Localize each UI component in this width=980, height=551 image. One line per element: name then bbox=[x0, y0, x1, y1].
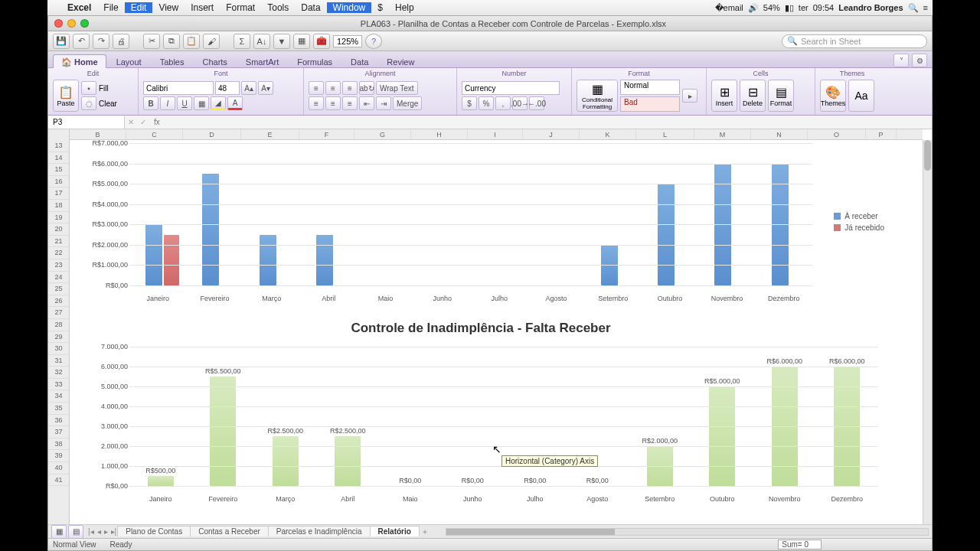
menu-insert[interactable]: Insert bbox=[185, 2, 220, 13]
conditional-formatting-button[interactable]: ▦Conditional Formatting bbox=[577, 80, 618, 112]
row-header-34[interactable]: 34 bbox=[48, 390, 69, 403]
zoom-button[interactable] bbox=[80, 19, 89, 28]
row-header-26[interactable]: 26 bbox=[48, 295, 69, 308]
chart-inadimplencia[interactable]: Controle de Inadimplência - Falta Recebe… bbox=[74, 318, 887, 507]
bar-receber-Março[interactable] bbox=[260, 235, 276, 285]
toolbox-icon[interactable]: 🧰 bbox=[313, 34, 330, 49]
sheet-tab-parcelas-e-inadimplência[interactable]: Parcelas e Inadimplência bbox=[268, 526, 371, 536]
user-name[interactable]: Leandro Borges bbox=[838, 3, 903, 12]
col-header-I[interactable]: I bbox=[468, 129, 523, 139]
paste-button[interactable]: 📋Paste bbox=[53, 80, 79, 112]
accept-fx-icon[interactable]: ✓ bbox=[137, 118, 149, 126]
number-format-select[interactable]: Currency bbox=[462, 81, 560, 95]
notifications-icon[interactable]: ≡ bbox=[923, 3, 928, 12]
wrap-text-button[interactable]: Wrap Text bbox=[376, 81, 418, 95]
indent-dec-icon[interactable]: ⇤ bbox=[359, 96, 374, 110]
underline-button[interactable]: U bbox=[177, 96, 192, 110]
status-sum[interactable]: Sum= 0 bbox=[778, 540, 822, 549]
bar-recebido-Janeiro[interactable] bbox=[164, 235, 179, 285]
align-left-icon[interactable]: ≡ bbox=[309, 96, 324, 110]
row-header-29[interactable]: 29 bbox=[48, 331, 69, 344]
view-normal-icon[interactable]: ▦ bbox=[51, 525, 67, 539]
row-header-16[interactable]: 16 bbox=[48, 176, 69, 188]
italic-button[interactable]: I bbox=[160, 96, 175, 110]
col-header-F[interactable]: F bbox=[299, 129, 354, 139]
row-header-31[interactable]: 31 bbox=[48, 355, 69, 367]
redo-icon[interactable]: ↷ bbox=[93, 34, 109, 49]
bar-falta-Fevereiro[interactable] bbox=[210, 377, 236, 486]
decrease-decimal-icon[interactable]: ←.00 bbox=[529, 96, 544, 110]
app-name[interactable]: Excel bbox=[61, 2, 97, 13]
menu-$[interactable]: $ bbox=[371, 2, 389, 13]
font-name-select[interactable]: Calibri bbox=[143, 81, 214, 95]
styles-expand-icon[interactable]: ▸ bbox=[682, 89, 697, 103]
vertical-scrollbar[interactable] bbox=[923, 140, 932, 524]
menu-window[interactable]: Window bbox=[327, 2, 372, 13]
percent-icon[interactable]: % bbox=[479, 96, 494, 110]
wifi-icon[interactable]: �email bbox=[715, 3, 743, 13]
decrease-font-icon[interactable]: A▾ bbox=[258, 81, 273, 95]
align-right-icon[interactable]: ≡ bbox=[342, 96, 358, 110]
ribbon-tab-layout[interactable]: Layout bbox=[108, 54, 150, 69]
add-sheet-icon[interactable]: ＋ bbox=[420, 527, 430, 537]
row-header-14[interactable]: 14 bbox=[48, 152, 69, 165]
bar-falta-Outubro[interactable] bbox=[709, 386, 735, 486]
orientation-icon[interactable]: ab↻ bbox=[359, 81, 374, 95]
menu-data[interactable]: Data bbox=[295, 2, 326, 13]
row-header-22[interactable]: 22 bbox=[48, 247, 69, 259]
tab-nav-prev-icon[interactable]: ◂ bbox=[96, 527, 103, 536]
increase-font-icon[interactable]: A▴ bbox=[241, 81, 256, 95]
bar-falta-Janeiro[interactable] bbox=[148, 476, 174, 486]
print-icon[interactable]: 🖨 bbox=[113, 34, 129, 49]
bar-receber-Outubro[interactable] bbox=[658, 184, 675, 285]
clear-button[interactable]: ◌ bbox=[81, 96, 96, 110]
ribbon-tab-review[interactable]: Review bbox=[378, 54, 423, 69]
menu-tools[interactable]: Tools bbox=[261, 2, 295, 13]
sort-icon[interactable]: A↓ bbox=[253, 34, 270, 49]
copy-icon[interactable]: ⧉ bbox=[163, 34, 180, 49]
row-header-20[interactable]: 20 bbox=[48, 223, 69, 236]
row-header-15[interactable]: 15 bbox=[48, 164, 69, 176]
row-header-27[interactable]: 27 bbox=[48, 307, 69, 319]
indent-inc-icon[interactable]: ⇥ bbox=[376, 96, 391, 110]
row-header-38[interactable]: 38 bbox=[48, 439, 69, 451]
sheet-tab-relatório[interactable]: Relatório bbox=[370, 526, 420, 536]
row-header-13[interactable]: 13 bbox=[48, 140, 69, 152]
insert-button[interactable]: ⊞Insert bbox=[711, 80, 737, 112]
delete-button[interactable]: ⊟Delete bbox=[740, 80, 766, 112]
col-header-D[interactable]: D bbox=[183, 129, 241, 139]
fill-button[interactable]: ▪ bbox=[81, 81, 96, 95]
bar-falta-Março[interactable] bbox=[273, 436, 299, 486]
row-header-23[interactable]: 23 bbox=[48, 259, 69, 272]
bar-falta-Abril[interactable] bbox=[335, 436, 361, 486]
ribbon-collapse-icon[interactable]: ˅ bbox=[893, 54, 909, 67]
row-header-35[interactable]: 35 bbox=[48, 403, 69, 415]
menu-view[interactable]: View bbox=[152, 2, 185, 13]
view-layout-icon[interactable]: ▤ bbox=[68, 525, 83, 539]
chart1-x-axis[interactable]: JaneiroFevereiroMarçoAbrilMaioJunhoJulho… bbox=[129, 295, 812, 302]
col-header-O[interactable]: O bbox=[808, 129, 866, 139]
worksheet-grid[interactable]: BCDEFGHIJKLMNOP 131415161718192021222324… bbox=[48, 129, 932, 524]
font-size-select[interactable]: 48 bbox=[215, 81, 240, 95]
row-header-32[interactable]: 32 bbox=[48, 367, 69, 379]
col-header-K[interactable]: K bbox=[580, 129, 636, 139]
chart-receber-vs-recebido[interactable]: A Receber vs Já Recebido R$7.000,00R$6.0… bbox=[74, 140, 887, 307]
currency-icon[interactable]: $ bbox=[462, 96, 477, 110]
col-header-B[interactable]: B bbox=[70, 129, 126, 139]
spotlight-icon[interactable]: 🔍 bbox=[908, 3, 919, 13]
row-header-28[interactable]: 28 bbox=[48, 319, 69, 331]
fonts-theme-button[interactable]: Aa bbox=[848, 80, 874, 112]
zoom-select[interactable]: 125% bbox=[333, 35, 362, 47]
align-top-icon[interactable]: ≡ bbox=[309, 81, 324, 95]
battery-icon[interactable]: ▮▯ bbox=[785, 3, 794, 13]
column-headers[interactable]: BCDEFGHIJKLMNOP bbox=[70, 129, 923, 140]
bold-button[interactable]: B bbox=[143, 96, 158, 110]
align-middle-icon[interactable]: ≡ bbox=[325, 81, 341, 95]
comma-icon[interactable]: , bbox=[495, 96, 511, 110]
ribbon-tab-tables[interactable]: Tables bbox=[152, 54, 193, 69]
help-icon[interactable]: ? bbox=[365, 34, 382, 49]
fill-color-button[interactable]: ◢ bbox=[211, 96, 226, 110]
cut-icon[interactable]: ✂ bbox=[143, 34, 160, 49]
sheet-tab-contas-a-receber[interactable]: Contas a Receber bbox=[190, 526, 269, 536]
col-header-P[interactable]: P bbox=[866, 129, 897, 139]
